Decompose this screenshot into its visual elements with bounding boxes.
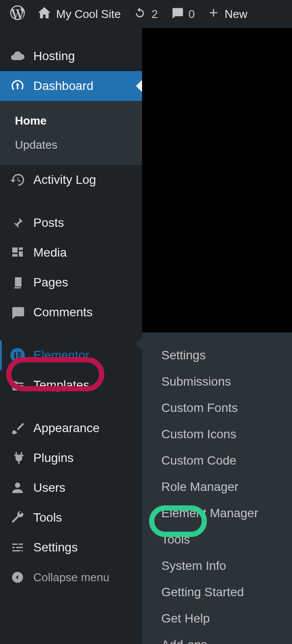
flyout-pointer-arrow bbox=[136, 338, 142, 350]
pages-icon bbox=[9, 274, 26, 291]
comments-button[interactable]: 0 bbox=[164, 0, 201, 28]
pin-icon bbox=[9, 214, 26, 232]
sidebar-item-posts[interactable]: Posts bbox=[0, 208, 142, 238]
svg-rect-4 bbox=[18, 357, 21, 359]
sidebar-item-label: Users bbox=[33, 481, 65, 495]
sidebar-item-templates[interactable]: Templates bbox=[0, 370, 142, 400]
updates-button[interactable]: 2 bbox=[127, 0, 164, 28]
wordpress-logo-button[interactable] bbox=[0, 0, 31, 28]
history-icon bbox=[9, 171, 26, 189]
sidebar-item-dashboard[interactable]: Dashboard bbox=[0, 71, 142, 101]
active-indicator-arrow bbox=[136, 80, 142, 92]
sidebar-item-settings[interactable]: Settings bbox=[0, 533, 142, 562]
sidebar-item-label: Tools bbox=[33, 511, 62, 525]
sidebar-item-label: Templates bbox=[33, 378, 89, 392]
flyout-item-get-help[interactable]: Get Help bbox=[142, 605, 292, 632]
sidebar-item-label: Posts bbox=[33, 216, 64, 230]
sidebar-item-activity-log[interactable]: Activity Log bbox=[0, 165, 142, 195]
user-icon bbox=[9, 479, 26, 497]
plug-icon bbox=[9, 449, 26, 467]
sidebar-item-tools[interactable]: Tools bbox=[0, 503, 142, 533]
svg-rect-2 bbox=[18, 352, 21, 354]
sidebar-item-label: Dashboard bbox=[33, 79, 93, 93]
comments-count: 0 bbox=[189, 7, 195, 21]
sidebar-item-label: Appearance bbox=[33, 421, 100, 435]
sidebar-item-elementor[interactable]: Elementor bbox=[0, 340, 142, 370]
wrench-icon bbox=[9, 509, 26, 526]
updates-count: 2 bbox=[151, 7, 157, 21]
comment-icon bbox=[170, 6, 184, 23]
elementor-icon bbox=[9, 347, 26, 364]
flyout-item-element-manager[interactable]: Element Manager bbox=[142, 500, 292, 526]
sidebar-item-label: Media bbox=[33, 246, 67, 260]
plus-icon bbox=[207, 6, 220, 22]
sidebar-item-label: Comments bbox=[33, 305, 93, 319]
site-home-button[interactable]: My Cool Site bbox=[31, 0, 127, 28]
new-content-button[interactable]: New bbox=[201, 0, 253, 28]
submenu-item-updates[interactable]: Updates bbox=[0, 133, 142, 157]
sidebar-item-label: Plugins bbox=[33, 451, 74, 465]
sidebar-item-appearance[interactable]: Appearance bbox=[0, 413, 142, 443]
flyout-item-tools[interactable]: Tools bbox=[142, 526, 292, 553]
cloud-icon bbox=[9, 47, 26, 65]
collapse-label: Collapse menu bbox=[33, 571, 109, 584]
admin-sidebar: Hosting Dashboard Home Updates Activity … bbox=[0, 28, 142, 644]
flyout-item-custom-code[interactable]: Custom Code bbox=[142, 447, 292, 474]
collapse-menu-button[interactable]: Collapse menu bbox=[0, 562, 142, 592]
sidebar-item-label: Settings bbox=[33, 540, 78, 555]
dashboard-icon bbox=[9, 77, 26, 95]
flyout-item-addons[interactable]: Add-ons bbox=[142, 632, 292, 644]
sidebar-item-label: Elementor bbox=[33, 348, 89, 362]
svg-rect-1 bbox=[14, 352, 16, 359]
wordpress-icon bbox=[9, 4, 26, 25]
flyout-item-settings[interactable]: Settings bbox=[142, 342, 292, 369]
paintbrush-icon bbox=[9, 419, 26, 437]
home-icon bbox=[37, 5, 52, 23]
sidebar-item-label: Hosting bbox=[33, 49, 75, 63]
dashboard-submenu: Home Updates bbox=[0, 101, 142, 165]
svg-rect-3 bbox=[18, 354, 21, 356]
elementor-flyout-submenu: Settings Submissions Custom Fonts Custom… bbox=[142, 333, 292, 644]
sidebar-item-hosting[interactable]: Hosting bbox=[0, 41, 142, 71]
flyout-item-submissions[interactable]: Submissions bbox=[142, 369, 292, 395]
admin-toolbar: My Cool Site 2 0 New bbox=[0, 0, 292, 28]
refresh-icon bbox=[133, 6, 147, 23]
collapse-arrow-icon bbox=[9, 569, 26, 586]
sidebar-item-label: Activity Log bbox=[33, 173, 96, 187]
flyout-item-role-manager[interactable]: Role Manager bbox=[142, 474, 292, 500]
comment-icon bbox=[9, 304, 26, 321]
sidebar-item-plugins[interactable]: Plugins bbox=[0, 443, 142, 473]
site-name-label: My Cool Site bbox=[56, 7, 121, 21]
flyout-item-custom-fonts[interactable]: Custom Fonts bbox=[142, 395, 292, 421]
sidebar-item-label: Pages bbox=[33, 275, 68, 290]
sidebar-item-pages[interactable]: Pages bbox=[0, 268, 142, 297]
new-label: New bbox=[224, 7, 247, 21]
sidebar-item-users[interactable]: Users bbox=[0, 473, 142, 503]
flyout-item-system-info[interactable]: System Info bbox=[142, 553, 292, 579]
media-icon bbox=[9, 244, 26, 261]
sliders-icon bbox=[9, 539, 26, 556]
sidebar-item-comments[interactable]: Comments bbox=[0, 297, 142, 327]
submenu-item-home[interactable]: Home bbox=[0, 109, 142, 133]
flyout-item-custom-icons[interactable]: Custom Icons bbox=[142, 421, 292, 447]
flyout-item-getting-started[interactable]: Getting Started bbox=[142, 579, 292, 605]
folder-icon bbox=[9, 376, 26, 394]
sidebar-item-media[interactable]: Media bbox=[0, 238, 142, 268]
